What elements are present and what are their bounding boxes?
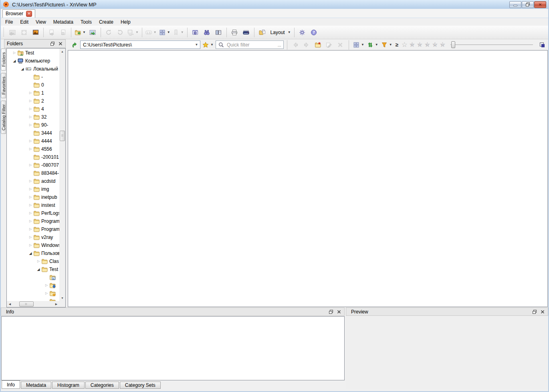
favorites-button[interactable]: ▼ xyxy=(202,40,214,49)
dropdown-arrow-icon[interactable]: ▼ xyxy=(375,43,378,46)
tree-item-32[interactable]: ▷32 xyxy=(7,113,59,121)
dropdown-arrow-icon[interactable]: ▼ xyxy=(389,43,392,46)
expander-expanded-icon[interactable]: ◢ xyxy=(12,59,17,63)
tree-item-v2ray[interactable]: ▷v2ray xyxy=(7,233,59,241)
scroll-right-icon[interactable]: ▶ xyxy=(53,301,59,307)
rating-star-4[interactable]: ★4 xyxy=(431,40,439,49)
tree-item-clas[interactable]: ▷Clas xyxy=(7,257,59,265)
thumbnail-view-button[interactable]: ▼ xyxy=(158,27,171,38)
tree-item--[interactable]: - xyxy=(7,73,59,81)
scan-button[interactable] xyxy=(241,27,252,38)
expander-expanded-icon[interactable]: ◢ xyxy=(28,252,33,255)
titlebar[interactable]: C:\Users\Test\Pictures\ - XnView MP ✕ xyxy=(1,0,548,9)
capture-button[interactable] xyxy=(190,27,201,38)
rotate-right-button[interactable] xyxy=(115,27,126,38)
horizontal-scroll-thumb[interactable] xyxy=(19,301,34,307)
tree-item-компьютер[interactable]: ◢Компьютер xyxy=(7,57,59,65)
expander-collapsed-icon[interactable]: ▷ xyxy=(28,91,33,95)
float-panel-button[interactable] xyxy=(327,308,335,315)
dropdown-arrow-icon[interactable]: ▼ xyxy=(210,43,214,46)
tree-item--080707[interactable]: ▷-080707 xyxy=(7,161,59,169)
expander-collapsed-icon[interactable]: ▷ xyxy=(44,292,49,295)
expander-collapsed-icon[interactable]: ▷ xyxy=(28,220,33,223)
vertical-scroll-thumb[interactable] xyxy=(60,131,65,141)
combobox-arrow-icon[interactable]: ▼ xyxy=(193,43,200,46)
side-tab-catalog-filter[interactable]: Catalog Filter xyxy=(1,101,6,134)
tree-horizontal-scrollbar[interactable]: ◀ ▶ xyxy=(7,301,59,307)
expander-collapsed-icon[interactable]: ▷ xyxy=(28,148,33,151)
forward-button[interactable] xyxy=(302,40,312,49)
panel-toggle-button[interactable] xyxy=(537,40,547,49)
tree-item-локальный[interactable]: ◢Локальный xyxy=(7,65,59,73)
browse-folder-button[interactable] xyxy=(87,27,98,38)
tree-item-4556[interactable]: ▷4556 xyxy=(7,145,59,153)
rating-star-5[interactable]: ★5 xyxy=(439,40,446,49)
menu-create[interactable]: Create xyxy=(95,19,117,25)
dropdown-arrow-icon[interactable]: ▼ xyxy=(181,30,184,34)
expander-collapsed-icon[interactable]: ▷ xyxy=(28,99,33,103)
view-mode-button[interactable]: ▼ xyxy=(352,40,365,49)
expander-collapsed-icon[interactable]: ▷ xyxy=(28,228,33,231)
expander-expanded-icon[interactable]: ◢ xyxy=(36,268,41,271)
expander-collapsed-icon[interactable]: ▷ xyxy=(44,284,49,287)
tree-item-program[interactable]: ▷Program xyxy=(7,217,59,225)
tree-item[interactable] xyxy=(7,297,59,301)
expander-collapsed-icon[interactable]: ▷ xyxy=(28,196,33,199)
tree-item-program[interactable]: ▷Program xyxy=(7,225,59,233)
sort-button[interactable]: ▼ xyxy=(366,40,379,49)
expander-collapsed-icon[interactable]: ▷ xyxy=(28,204,33,207)
menu-metadata[interactable]: Metadata xyxy=(50,19,77,25)
tag-button[interactable]: ▼ xyxy=(172,27,185,38)
open-button[interactable]: ▼ xyxy=(74,27,87,38)
close-button[interactable]: ✕ xyxy=(534,1,546,8)
tree-item-windows[interactable]: ▷Windows xyxy=(7,241,59,249)
dropdown-arrow-icon[interactable]: ▼ xyxy=(288,30,291,34)
bottom-tab-category-sets[interactable]: Category Sets xyxy=(120,382,161,389)
dropdown-arrow-icon[interactable]: ▼ xyxy=(83,30,86,34)
tree-item-acdstd[interactable]: ▷acdstd xyxy=(7,177,59,185)
menu-tools[interactable]: Tools xyxy=(77,19,95,25)
path-combobox[interactable]: C:\Users\Test\Pictures\▼ xyxy=(80,40,200,49)
rating-filter-button[interactable]: ▼ xyxy=(380,40,393,49)
float-panel-button[interactable] xyxy=(531,308,538,315)
close-panel-button[interactable] xyxy=(57,40,64,47)
expander-collapsed-icon[interactable]: ▷ xyxy=(28,244,33,247)
tree-item-4[interactable]: ▷4 xyxy=(7,105,59,113)
thumbnail-size-slider[interactable] xyxy=(450,40,533,49)
scroll-left-icon[interactable]: ◀ xyxy=(7,301,13,307)
tree-item-90-[interactable]: ▷90- xyxy=(7,121,59,129)
scroll-up-icon[interactable]: ▲ xyxy=(59,48,65,55)
tab-browser[interactable]: Browser ✕ xyxy=(2,9,35,18)
close-panel-button[interactable] xyxy=(539,308,546,315)
rename-button[interactable] xyxy=(324,40,334,49)
tree-vertical-scrollbar[interactable]: ▲ ▼ xyxy=(59,48,65,301)
tree-item-0[interactable]: 0 xyxy=(7,81,59,89)
bottom-tab-histogram[interactable]: Histogram xyxy=(52,382,85,389)
go-up-button[interactable] xyxy=(69,40,79,49)
bottom-tab-info[interactable]: Info xyxy=(2,380,20,389)
slider-thumb[interactable] xyxy=(451,41,455,48)
tree-item-883484-[interactable]: 883484- xyxy=(7,169,59,177)
expander-expanded-icon[interactable]: ◢ xyxy=(20,67,25,71)
transform-button[interactable]: ▼ xyxy=(127,27,139,38)
slideshow-button[interactable] xyxy=(30,27,41,38)
menu-help[interactable]: Help xyxy=(117,19,134,25)
rating-operator[interactable]: ≥ xyxy=(394,42,400,48)
fullscreen-button[interactable] xyxy=(18,27,29,38)
tree-item-пользов[interactable]: ◢Пользов xyxy=(7,249,59,257)
tree-item-instest[interactable]: ▷instest xyxy=(7,201,59,209)
help-button[interactable]: ? xyxy=(309,27,319,38)
minimize-button[interactable] xyxy=(509,1,521,8)
expander-collapsed-icon[interactable]: ▷ xyxy=(28,188,33,191)
browser-content-area[interactable] xyxy=(68,50,548,307)
back-button[interactable] xyxy=(291,40,301,49)
restore-button[interactable] xyxy=(522,1,534,8)
tree-item--200101[interactable]: -200101 xyxy=(7,153,59,161)
tree-item-test[interactable]: ◢Test xyxy=(7,265,59,273)
dropdown-arrow-icon[interactable]: ▼ xyxy=(361,43,364,46)
dropdown-arrow-icon[interactable]: ▼ xyxy=(153,30,157,34)
tree-item-test[interactable]: ▷Test xyxy=(7,49,59,57)
dropdown-arrow-icon[interactable]: ▼ xyxy=(135,30,139,34)
scroll-down-icon[interactable]: ▼ xyxy=(59,295,65,301)
tree-item-4444[interactable]: ▷4444 xyxy=(7,137,59,145)
